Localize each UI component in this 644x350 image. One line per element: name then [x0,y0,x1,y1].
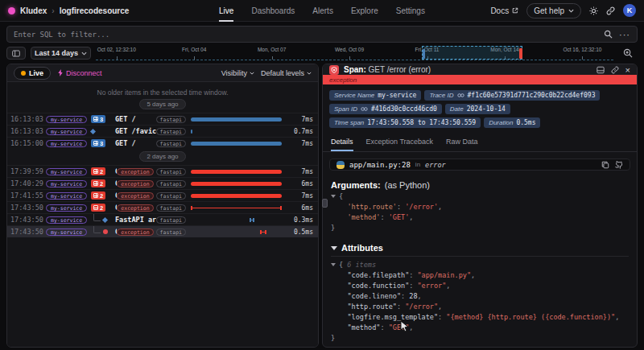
span-count-badge[interactable]: 2 [91,204,105,212]
share-link-button[interactable] [606,6,615,15]
copy-icon[interactable] [601,161,609,169]
nav-tab-explore[interactable]: Explore [351,0,378,22]
sql-filter-input[interactable] [14,31,597,39]
theme-toggle-button[interactable] [589,6,598,15]
code-token: : [401,292,409,300]
code-line: { [331,191,629,202]
time-range-dropdown[interactable]: Last 14 days [31,47,91,60]
docs-link[interactable]: Docs [490,6,518,15]
sidebar-toggle-button[interactable] [6,47,26,60]
timeline-selection[interactable] [422,46,522,60]
tab-details[interactable]: Details [331,134,353,151]
code-token: : [409,282,417,290]
span-title: Span: GET /error (error) [344,65,592,74]
fastapi-tag: fastapi [156,168,186,175]
trace-row-service: my-service [46,192,91,200]
panel-resize-handle[interactable] [322,199,328,208]
collapse-caret[interactable] [331,263,336,266]
tab-exception-traceback[interactable]: Exception Traceback [366,134,434,151]
fastapi-tag: fastapi [156,180,186,187]
group-divider-pill[interactable]: 5 days ago [139,99,185,109]
code-token [331,323,347,331]
trace-row[interactable]: 16:15:00my-service3GET /fastapi7ms [7,137,318,149]
trace-row-duration: 0.3ms [286,216,313,224]
tab-raw-data[interactable]: Raw Data [446,134,478,151]
attributes-collapse-caret[interactable] [331,246,337,250]
trace-row-bar-area [191,179,286,187]
live-button[interactable]: Live [14,67,51,80]
external-link-icon [512,7,518,14]
trace-row-service: my-service [46,140,91,147]
fastapi-tag: fastapi [156,192,186,200]
trace-row[interactable]: 17:43:50my-serviceGET /error (error)exce… [7,225,318,237]
collapse-caret[interactable] [331,195,336,198]
close-icon[interactable]: × [625,66,630,74]
tree-connector-icon [93,214,101,221]
timeline-zoom-button[interactable] [618,47,638,60]
code-location-in-label: in [415,161,420,168]
link-icon[interactable] [611,66,619,74]
trace-row-time: 16:15:00 [10,139,46,147]
timeline-tick-label: Mon, Oct 07 [258,47,286,52]
fastapi-tag: fastapi [156,229,186,236]
nav-tab-settings[interactable]: Settings [396,0,425,22]
span-detail-panel: Span: GET /error (error) × exception Ser… [322,64,638,348]
disconnect-button[interactable]: Disconnect [57,69,102,77]
code-token: , [438,203,442,211]
code-token: , [409,213,413,221]
trace-row[interactable]: 16:13:03my-serviceGET /favicon.icofastap… [7,125,318,137]
service-tag: my-service [46,229,87,236]
nav-tab-alerts[interactable]: Alerts [312,0,333,22]
trace-row-tags: fastapi [156,216,186,224]
span-count-badge[interactable]: 2 [91,167,105,175]
nav-tab-live[interactable]: Live [219,0,233,22]
duration-bar [250,218,254,222]
trace-row[interactable]: 17:43:50my-serviceFastAPI argumentsfasta… [7,213,318,225]
more-options-button[interactable]: ··· [619,30,630,39]
group-divider-pill[interactable]: 2 days ago [139,151,185,162]
search-icon[interactable] [604,30,613,39]
trace-row[interactable]: 17:43:50my-service2GET /errorexceptionfa… [7,201,318,213]
trace-row-tags: fastapi [156,116,186,123]
span-count-badge[interactable]: 2 [91,191,105,200]
span-id-chip[interactable]: Span ID #416d30c0ccd46cd0 [329,104,442,114]
breadcrumb-project[interactable]: logfirecodesource [60,6,130,15]
timeline-tick-mark [272,56,273,60]
sidebar-toggle-icon [12,50,20,57]
github-icon[interactable] [614,161,623,169]
nav-tab-dashboards[interactable]: Dashboards [251,0,295,22]
code-token [331,303,347,311]
nav-tabs: Live Dashboards Alerts Explore Settings [201,0,443,22]
get-help-button[interactable]: Get help [526,3,581,19]
trace-row-tags: exceptionfastapi [117,192,186,200]
logfire-logo-icon[interactable] [8,7,15,14]
trace-row[interactable]: 17:39:59my-service2GET /errorexceptionfa… [7,165,318,177]
trace-row-tags: exceptionfastapi [117,168,186,175]
visibility-dropdown[interactable]: Visibility [221,69,254,77]
breadcrumb: Kludex › logfirecodesource [8,6,201,15]
span-count-badge[interactable]: 3 [91,139,105,147]
code-token: 'method' [347,213,380,221]
span-count-badge[interactable]: 2 [91,179,105,187]
sql-filter-bar: ··· [6,26,638,43]
duration-bar [191,142,282,146]
code-line: "code.function": "error", [331,281,629,291]
code-token: } [331,334,335,342]
arguments-code-block: { 'http.route': '/error', 'method': 'GET… [323,191,637,237]
dock-panel-icon[interactable] [597,66,605,74]
trace-row[interactable]: 16:13:03my-service3GET /fastapi7ms [7,113,318,125]
user-avatar[interactable]: K [623,4,636,17]
breadcrumb-org[interactable]: Kludex [20,6,47,15]
span-count-badge[interactable]: 3 [91,115,105,123]
code-token [331,203,347,211]
timeline-tick-mark [117,56,118,60]
timeline-track[interactable]: Oct 02, 12:32:10Fri, Oct 04Mon, Oct 07We… [96,46,613,60]
trace-id-chip[interactable]: Trace ID #f1c60e57391d771c290c0b22cd4ef0… [424,90,600,101]
default-levels-dropdown[interactable]: Default levels [261,69,312,77]
trace-row-lead [91,214,115,226]
trace-row[interactable]: 17:40:29my-service2GET /errorexceptionfa… [7,177,318,189]
exception-tag: exception [117,180,153,187]
trace-row[interactable]: 17:41:55my-service2GET /errorexceptionfa… [7,189,318,201]
code-token [331,313,347,321]
trace-row-tags: fastapi [156,128,186,135]
